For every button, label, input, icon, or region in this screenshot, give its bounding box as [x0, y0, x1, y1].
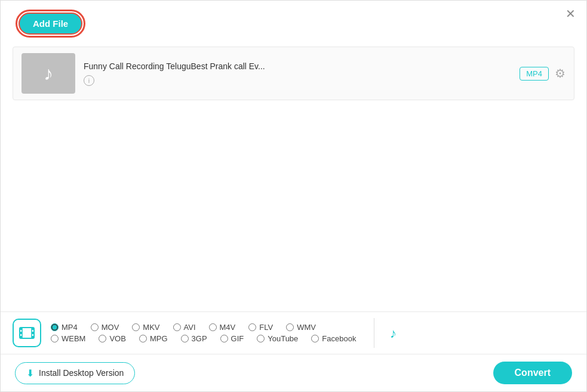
video-format-icon[interactable] — [13, 319, 41, 347]
radio-facebook[interactable] — [311, 335, 319, 342]
format-row-line-1: MP4 MOV MKV AVI M4V FLV WM — [51, 323, 367, 332]
radio-flv[interactable] — [248, 323, 256, 331]
format-badge: MP4 — [520, 67, 549, 81]
format-option-flv[interactable]: FLV — [248, 323, 273, 332]
format-option-webm[interactable]: WEBM — [51, 334, 85, 343]
audio-svg-icon: ♪ — [388, 325, 404, 341]
radio-mov[interactable] — [91, 323, 99, 331]
bottom-bar: MP4 MOV MKV AVI M4V FLV WM — [1, 311, 586, 391]
radio-avi[interactable] — [173, 323, 181, 331]
radio-gif[interactable] — [220, 335, 228, 342]
convert-button[interactable]: Convert — [493, 362, 572, 384]
file-thumbnail: ♪ — [21, 53, 75, 94]
format-option-facebook[interactable]: Facebook — [311, 334, 356, 343]
radio-webm[interactable] — [51, 335, 59, 342]
install-desktop-button[interactable]: ⬇ Install Desktop Version — [15, 362, 135, 384]
format-row-line-2: WEBM VOB MPG 3GP GIF YouTube — [51, 334, 367, 343]
format-option-mov[interactable]: MOV — [91, 323, 119, 332]
file-list: ♪ Funny Call Recording TeluguBest Prank … — [13, 47, 574, 100]
format-option-youtube[interactable]: YouTube — [257, 334, 298, 343]
radio-3gp[interactable] — [181, 335, 189, 342]
action-row: ⬇ Install Desktop Version Convert — [1, 354, 586, 391]
add-file-button[interactable]: Add File — [19, 13, 82, 35]
radio-m4v[interactable] — [209, 323, 217, 331]
install-label: Install Desktop Version — [39, 368, 124, 378]
file-info: Funny Call Recording TeluguBest Prank ca… — [84, 61, 511, 86]
radio-youtube[interactable] — [257, 335, 265, 342]
radio-wmv[interactable] — [286, 323, 294, 331]
top-area: Add File — [1, 1, 586, 41]
music-note-icon: ♪ — [44, 63, 53, 85]
radio-mp4[interactable] — [51, 323, 59, 331]
file-name: Funny Call Recording TeluguBest Prank ca… — [84, 61, 511, 71]
file-item: ♪ Funny Call Recording TeluguBest Prank … — [13, 47, 574, 100]
close-button[interactable]: ✕ — [566, 8, 576, 20]
format-option-mpg[interactable]: MPG — [139, 334, 168, 343]
format-option-wmv[interactable]: WMV — [286, 323, 316, 332]
audio-format-icon[interactable]: ♪ — [382, 319, 410, 347]
format-row: MP4 MOV MKV AVI M4V FLV WM — [1, 312, 586, 354]
format-option-vob[interactable]: VOB — [99, 334, 125, 343]
format-option-avi[interactable]: AVI — [173, 323, 196, 332]
radio-mkv[interactable] — [132, 323, 140, 331]
svg-text:♪: ♪ — [390, 326, 397, 341]
format-options-grid: MP4 MOV MKV AVI M4V FLV WM — [51, 323, 367, 343]
format-option-mkv[interactable]: MKV — [132, 323, 159, 332]
format-divider — [374, 318, 374, 348]
file-actions: MP4 ⚙ — [520, 66, 566, 81]
radio-mpg[interactable] — [139, 335, 147, 342]
info-icon[interactable]: i — [84, 75, 94, 86]
format-option-mp4[interactable]: MP4 — [51, 323, 78, 332]
film-svg-icon — [19, 325, 35, 341]
format-option-gif[interactable]: GIF — [220, 334, 244, 343]
download-icon: ⬇ — [26, 368, 34, 379]
format-option-3gp[interactable]: 3GP — [181, 334, 207, 343]
format-option-m4v[interactable]: M4V — [209, 323, 236, 332]
gear-icon[interactable]: ⚙ — [555, 66, 566, 81]
radio-vob[interactable] — [99, 335, 106, 342]
